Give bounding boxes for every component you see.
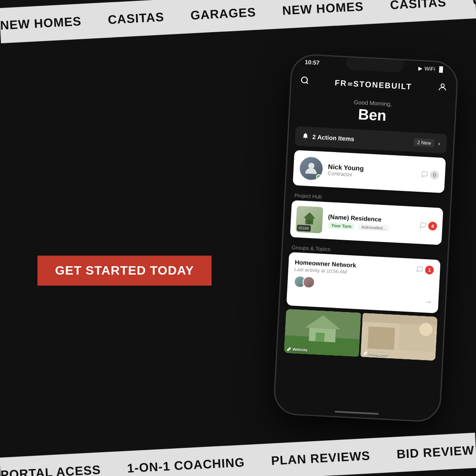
contact-card[interactable]: Nick Young Contractor 0 [293,150,446,193]
svg-rect-4 [307,220,311,224]
avatar [299,156,324,181]
svg-point-2 [441,84,444,87]
home-bar [335,411,379,415]
project-info: (Name) Residence Your Turn Acknowled... [327,213,415,233]
ticker-top-content: NEW HOMES CASITAS GARAGES NEW HOMES CASI… [0,0,476,33]
phone-mockup: 10:57 ▶ WiFi ▐▌ FRSTONEBUILT [273,53,459,423]
image-grid: Website [284,309,438,361]
profile-icon[interactable] [437,82,447,95]
svg-line-1 [306,82,308,84]
group-badge: 1 [425,265,434,275]
search-icon[interactable] [300,75,309,87]
tag-acknowledgement: Acknowled... [357,223,390,232]
progress-badge: 0/104 [297,225,311,232]
ticker-bottom-content: PORTAL ACESS 1-ON-1 COACHING PLAN REVIEW… [0,433,476,476]
ticker-bottom: PORTAL ACESS 1-ON-1 COACHING PLAN REVIEW… [0,433,476,476]
message-badge: 0 [421,170,439,179]
status-time: 10:57 [305,59,320,66]
svg-rect-9 [316,332,325,342]
message-count: 0 [430,170,439,179]
bell-icon [301,132,309,141]
app-screen: 10:57 ▶ WiFi ▐▌ FRSTONEBUILT [274,55,457,421]
new-badge: 2 New [413,138,435,147]
group-avatar-2 [302,276,315,289]
action-items-label: 2 Action Items [312,133,354,142]
project-message-badge: 4 [419,221,437,231]
contact-info: Nick Young Contractor [327,163,416,181]
chevron-right-icon: › [438,140,440,147]
status-icons: ▶ WiFi ▐▌ [418,65,445,73]
image-cell-instagram[interactable]: Instagram [361,313,438,361]
project-card[interactable]: 0/104 (Name) Residence Your Turn Acknowl… [290,200,443,245]
cta-button[interactable]: GET STARTED TODAY [37,256,212,286]
svg-rect-12 [368,327,395,350]
tag-your-turn: Your Turn [327,222,355,230]
image-cell-website[interactable]: Website [284,309,361,357]
group-info: Homeowner Network Last activity at 10:56… [294,259,357,275]
project-thumbnail: 0/104 [295,206,323,234]
ticker-top: NEW HOMES CASITAS GARAGES NEW HOMES CASI… [0,0,476,43]
phone-frame: 10:57 ▶ WiFi ▐▌ FRSTONEBUILT [273,53,459,423]
online-status-dot [316,174,322,180]
app-logo: FRSTONEBUILT [335,78,412,91]
project-message-count: 4 [428,221,437,231]
group-card[interactable]: Homeowner Network Last activity at 10:56… [286,252,441,313]
